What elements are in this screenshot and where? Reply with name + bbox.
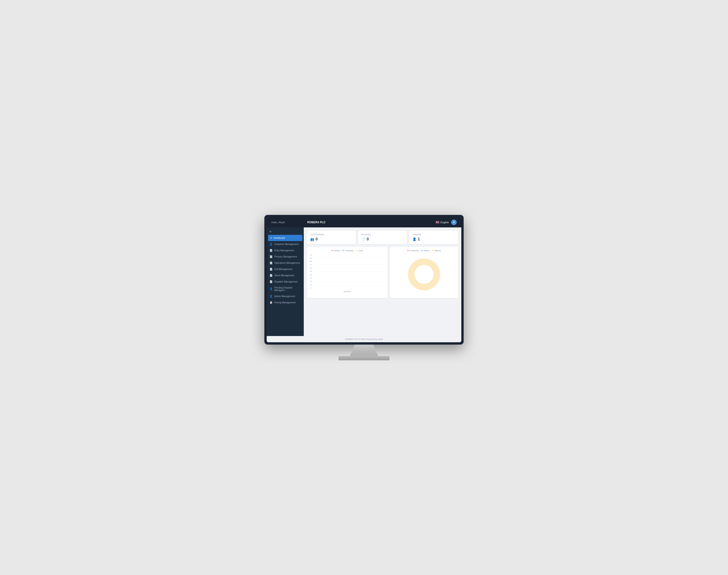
line-chart-svg [315,253,385,290]
pricing-icon: 📋 [270,301,273,304]
entries-count: 0 [367,237,369,241]
donut-legend-admins-dot [432,250,434,251]
sidebar-item-dispatch-management[interactable]: 📄 Dispatch Management [267,279,304,285]
footer-text: ROBERA PLC © 2024 Powered by Aleph [345,338,383,340]
legend-processes-label: Processes [345,250,354,252]
donut-legend-entries-label: Entries [424,250,430,252]
donut-chart-svg [406,256,443,293]
process-icon: 📄 [270,255,273,258]
stat-label-admins: Admins [412,233,455,236]
donut-legend-customers-dot [407,250,409,251]
sidebar-item-exit-management[interactable]: 📄 Exit Management [267,266,304,272]
stat-card-admins: Admins 👤 1 [409,231,458,244]
sidebar-item-label: Customer Management [274,243,299,245]
sidebar-item-dashboard[interactable]: ⊙ Dashboard [268,235,303,241]
sidebar-item-label: Dashboard [274,237,285,239]
exit-icon: 📄 [270,268,273,271]
stat-cards-row: Customers 👥 0 Entries 📄 0 [307,231,458,244]
legend-entries-label: Entries [334,250,340,252]
sidebar-item-process-management[interactable]: 📄 Process Management [267,253,304,260]
stat-label-customers: Customers [310,233,353,236]
sidebar-item-label: Pricing Management [274,301,296,304]
greeting: Hello, Aleph [271,221,307,224]
y-label-0.3: 0.3 [310,277,314,279]
language-label: English [440,221,449,224]
donut-legend-customers: Customers [407,250,419,252]
monitor-stand-neck [341,345,387,356]
sidebar-item-pending-dispatch[interactable]: 👤 Pending Dispatch Managem... [267,285,304,293]
stat-label-entries: Entries [361,233,404,236]
donut-chart-container [393,253,455,295]
donut-chart-legend: Customers Entries Admins [393,250,455,252]
dashboard-icon: ⊙ [270,236,272,239]
charts-row: Entries Processes Exits [307,247,458,298]
sidebar-item-customer-management[interactable]: 👤 Customer Management [267,241,304,247]
topbar: Hello, Aleph ROBERA PLC 🇬🇧 English A [267,217,461,227]
sidebar-item-label: Admin Management [274,295,295,298]
stat-value-customers: 👥 0 [310,237,353,241]
y-axis: 1.0 0.9 0.8 0.7 0.6 0.5 0.4 0.3 0.2 0. [310,253,315,290]
legend-processes: Processes [343,250,354,252]
donut-legend-entries-dot [421,250,423,251]
donut-legend-entries: Entries [421,250,430,252]
entries-stat-icon: 📄 [361,237,366,241]
sidebar-item-label: Dispatch Management [274,280,297,283]
sidebar-item-label: Exit Management [274,268,292,270]
y-label-1.0: 1.0 [310,254,314,256]
donut-legend-admins: Admins [432,250,441,252]
sidebar-toggle[interactable]: ≡ [267,228,304,235]
line-chart-area: 1.0 0.9 0.8 0.7 0.6 0.5 0.4 0.3 0.2 0. [310,253,385,290]
line-chart-card: Entries Processes Exits [307,247,388,298]
chart-x-label: Workflow [310,291,385,293]
legend-processes-dot [343,250,344,251]
sidebar-item-admin-management[interactable]: 👤 Admin Management [267,293,304,299]
customers-stat-icon: 👥 [310,237,314,241]
legend-exits-dot [356,250,358,251]
operations-icon: 📄 [270,262,273,265]
footer: ROBERA PLC © 2024 Powered by Aleph [267,336,461,342]
admins-count: 1 [418,237,420,241]
sidebar-item-operations-management[interactable]: 📄 Operations Management [267,260,304,266]
y-label-0: 0 [310,287,314,289]
content-area: Customers 👥 0 Entries 📄 0 [304,227,461,336]
y-label-0.9: 0.9 [310,257,314,259]
dispatch-icon: 📄 [270,280,273,283]
flag-icon: 🇬🇧 [436,221,439,224]
language-selector[interactable]: 🇬🇧 English [436,221,449,224]
sidebar-item-label: Entry Management [274,249,294,252]
svg-point-12 [417,267,431,281]
donut-legend-admins-label: Admins [435,250,441,252]
y-label-0.7: 0.7 [310,264,314,266]
line-chart-legend: Entries Processes Exits [310,250,385,252]
sidebar-item-entry-management[interactable]: 📄 Entry Management [267,247,304,253]
sidebar: ≡ ⊙ Dashboard 👤 Customer Management 📄 En… [267,227,304,336]
legend-entries-dot [331,250,334,251]
monitor-stand-base [339,356,389,360]
donut-chart-card: Customers Entries Admins [390,247,458,298]
stat-value-admins: 👤 1 [412,237,455,241]
customers-count: 0 [316,237,318,241]
main-layout: ≡ ⊙ Dashboard 👤 Customer Management 📄 En… [267,227,461,336]
sidebar-item-pricing-management[interactable]: 📋 Pricing Management [267,299,304,306]
y-label-0.1: 0.1 [310,284,314,285]
y-label-0.8: 0.8 [310,261,314,262]
y-label-0.5: 0.5 [310,270,314,272]
donut-legend-customers-label: Customers [410,250,419,252]
stat-value-entries: 📄 0 [361,237,404,241]
topbar-right: 🇬🇧 English A [436,219,457,225]
sidebar-item-label: Stock Management [274,274,294,277]
sidebar-item-label: Pending Dispatch Managem... [274,286,301,292]
sidebar-item-label: Process Management [274,256,297,258]
y-label-0.4: 0.4 [310,274,314,276]
legend-exits-label: Exits [359,250,363,252]
app-title: ROBERA PLC [307,221,436,224]
sidebar-item-stock-management[interactable]: 📄 Stock Management [267,272,304,279]
entry-icon: 📄 [270,249,273,252]
pending-icon: 👤 [270,288,273,291]
sidebar-item-label: Operations Management [274,262,300,264]
admins-stat-icon: 👤 [412,237,416,241]
avatar-button[interactable]: A [451,219,457,225]
admin-icon: 👤 [270,295,273,298]
stock-icon: 📄 [270,274,273,277]
stat-card-customers: Customers 👥 0 [307,231,356,244]
